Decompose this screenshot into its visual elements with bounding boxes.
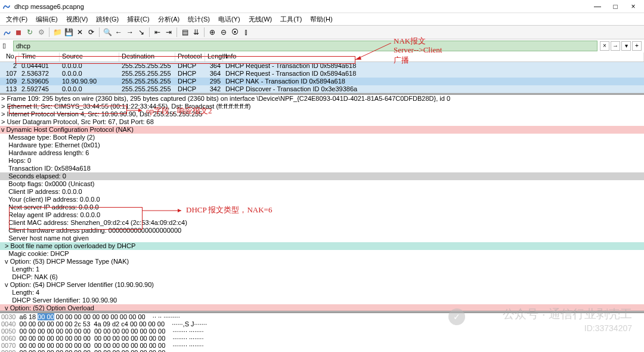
detail-line[interactable]: > User Datagram Protocol, Src Port: 67, … xyxy=(0,118,644,126)
menu-telephony[interactable]: 电话(Y) xyxy=(215,15,244,24)
byte-line[interactable]: 0060 00 00 00 00 00 00 00 00 00 00 00 00… xyxy=(0,335,644,342)
zoom-reset-icon[interactable]: ⦿ xyxy=(230,27,240,37)
find-icon[interactable]: 🔍 xyxy=(103,27,112,37)
menu-bar: 文件(F) 编辑(E) 视图(V) 跳转(G) 捕获(C) 分析(A) 统计(S… xyxy=(0,13,644,25)
col-destination[interactable]: Destination xyxy=(119,53,175,61)
detail-line[interactable]: Magic cookie: DHCP xyxy=(0,250,644,258)
start-capture-icon[interactable] xyxy=(2,27,12,37)
close-button[interactable]: × xyxy=(625,1,642,12)
stop-capture-icon[interactable]: ◼ xyxy=(14,27,23,37)
byte-line[interactable]: 0040 00 00 00 00 00 00 2c 53 4a 09 d2 c4… xyxy=(0,320,644,328)
detail-line[interactable]: > Frame 109: 295 bytes on wire (2360 bit… xyxy=(0,95,644,103)
next-icon[interactable]: → xyxy=(125,27,135,37)
detail-line[interactable]: Length: 1 xyxy=(0,265,644,273)
detail-line[interactable]: Relay agent IP address: 0.0.0.0 xyxy=(0,211,644,219)
save-icon[interactable]: 💾 xyxy=(64,27,73,37)
close-file-icon[interactable]: ✕ xyxy=(75,27,85,37)
bookmark-icon[interactable]: ▯ xyxy=(2,42,11,50)
menu-view[interactable]: 视图(V) xyxy=(63,15,92,24)
detail-line[interactable]: Seconds elapsed: 0 xyxy=(0,172,644,180)
filter-bar: ▯ × → ▾ + xyxy=(0,39,644,53)
detail-line[interactable]: Your (client) IP address: 0.0.0.0 xyxy=(0,196,644,203)
last-icon[interactable]: ⇥ xyxy=(164,27,174,37)
menu-wireless[interactable]: 无线(W) xyxy=(245,15,276,24)
prev-icon[interactable]: ← xyxy=(114,27,123,37)
menu-capture[interactable]: 捕获(C) xyxy=(123,15,153,24)
detail-line[interactable]: v Option: (53) DHCP Message Type (NAK) xyxy=(0,258,644,265)
detail-line[interactable]: > Internet Protocol Version 4, Src: 10.9… xyxy=(0,110,644,118)
packet-list[interactable]: No. Time Source Destination Protocol Len… xyxy=(0,53,644,93)
detail-line[interactable]: DHCP Server Identifier: 10.90.90.90 xyxy=(0,297,644,304)
restart-capture-icon[interactable]: ↻ xyxy=(25,27,35,37)
options-icon[interactable]: ⚙ xyxy=(36,27,46,37)
menu-analyze[interactable]: 分析(A) xyxy=(154,15,184,24)
col-no[interactable]: No. xyxy=(0,53,19,61)
detail-line[interactable]: Hops: 0 xyxy=(0,157,644,165)
display-filter-input[interactable] xyxy=(13,41,597,51)
detail-line[interactable]: Server host name not given xyxy=(0,234,644,242)
packet-row[interactable]: 1132.5927450.0.0.0255.255.255.255DHCP342… xyxy=(0,85,644,93)
detail-line[interactable]: v Option: (54) DHCP Server Identifier (1… xyxy=(0,281,644,289)
filter-apply-icon[interactable]: → xyxy=(611,41,620,51)
packet-details[interactable]: > Frame 109: 295 bytes on wire (2360 bit… xyxy=(0,95,644,311)
packet-row[interactable]: 20.0444010.0.0.0255.255.255.255DHCP364DH… xyxy=(0,62,644,70)
col-time[interactable]: Time xyxy=(19,53,60,61)
detail-line[interactable]: Next server IP address: 0.0.0.0 xyxy=(0,203,644,211)
detail-line[interactable]: Length: 4 xyxy=(0,289,644,297)
maximize-button[interactable]: □ xyxy=(607,1,624,12)
reload-icon[interactable]: ⟳ xyxy=(86,27,96,37)
first-icon[interactable]: ⇤ xyxy=(153,27,162,37)
menu-help[interactable]: 帮助(H) xyxy=(306,15,336,24)
detail-line[interactable]: Client hardware address padding: 0000000… xyxy=(0,227,644,234)
zoom-in-icon[interactable]: ⊕ xyxy=(208,27,217,37)
col-info[interactable]: Info xyxy=(223,53,644,61)
packet-row[interactable]: 1072.5363720.0.0.0255.255.255.255DHCP364… xyxy=(0,70,644,78)
detail-line[interactable]: v Option: (52) Option Overload xyxy=(0,304,644,311)
colorize-icon[interactable]: ▤ xyxy=(180,27,190,37)
col-length[interactable]: Length xyxy=(205,53,223,61)
detail-line[interactable]: Client IP address: 0.0.0.0 xyxy=(0,188,644,196)
byte-line[interactable]: 0070 00 00 00 00 00 00 00 00 00 00 00 00… xyxy=(0,342,644,349)
menu-go[interactable]: 跳转(G) xyxy=(92,15,122,24)
wireshark-icon xyxy=(2,2,11,11)
detail-line[interactable]: Message type: Boot Reply (2) xyxy=(0,134,644,141)
byte-line[interactable]: 0030 a6 18 00 00 00 00 00 00 00 00 00 00… xyxy=(0,313,644,320)
jump-icon[interactable]: ↘ xyxy=(137,27,146,37)
detail-line[interactable]: Transaction ID: 0x5894a618 xyxy=(0,165,644,172)
title-bar: dhcp message6.pcapng — □ × xyxy=(0,0,644,13)
open-icon[interactable]: 📁 xyxy=(52,27,62,37)
menu-stats[interactable]: 统计(S) xyxy=(184,15,213,24)
filter-expr-icon[interactable]: ▾ xyxy=(621,41,631,51)
toolbar: ◼ ↻ ⚙ 📁 💾 ✕ ⟳ 🔍 ← → ↘ ⇤ ⇥ ▤ ⇊ ⊕ ⊖ ⦿ ⫿ xyxy=(0,25,644,39)
packet-bytes[interactable]: 0030 a6 18 00 00 00 00 00 00 00 00 00 00… xyxy=(0,313,644,352)
detail-line[interactable]: Client MAC address: Shenzhen_09:d2:c4 (2… xyxy=(0,219,644,227)
detail-line[interactable]: > Boot file name option overloaded by DH… xyxy=(0,242,644,250)
minimize-button[interactable]: — xyxy=(589,1,606,12)
window-title: dhcp message6.pcapng xyxy=(14,3,589,10)
byte-line[interactable]: 0080 00 00 00 00 00 00 00 00 00 00 00 00… xyxy=(0,349,644,352)
detail-line[interactable]: Bootp flags: 0x0000 (Unicast) xyxy=(0,180,644,188)
detail-line[interactable]: DHCP: NAK (6) xyxy=(0,273,644,281)
detail-line[interactable]: v Dynamic Host Configuration Protocol (N… xyxy=(0,126,644,134)
menu-edit[interactable]: 编辑(E) xyxy=(32,15,61,24)
menu-file[interactable]: 文件(F) xyxy=(2,15,31,24)
filter-clear-icon[interactable]: × xyxy=(600,41,609,51)
detail-line[interactable]: > Ethernet II, Src: CIMSYS_33:44:55 (00:… xyxy=(0,103,644,110)
byte-line[interactable]: 0050 00 00 00 00 00 00 00 00 00 00 00 00… xyxy=(0,328,644,335)
col-source[interactable]: Source xyxy=(60,53,119,61)
zoom-out-icon[interactable]: ⊖ xyxy=(219,27,228,37)
resize-cols-icon[interactable]: ⫿ xyxy=(242,27,251,37)
packet-row[interactable]: 1092.53960510.90.90.90255.255.255.255DHC… xyxy=(0,78,644,85)
col-protocol[interactable]: Protocol xyxy=(175,53,205,61)
packet-list-header: No. Time Source Destination Protocol Len… xyxy=(0,53,644,62)
detail-line[interactable]: Hardware address length: 6 xyxy=(0,149,644,157)
filter-add-icon[interactable]: + xyxy=(632,41,642,51)
autoscroll-icon[interactable]: ⇊ xyxy=(191,27,201,37)
detail-line[interactable]: Hardware type: Ethernet (0x01) xyxy=(0,141,644,149)
menu-tools[interactable]: 工具(T) xyxy=(277,15,305,24)
